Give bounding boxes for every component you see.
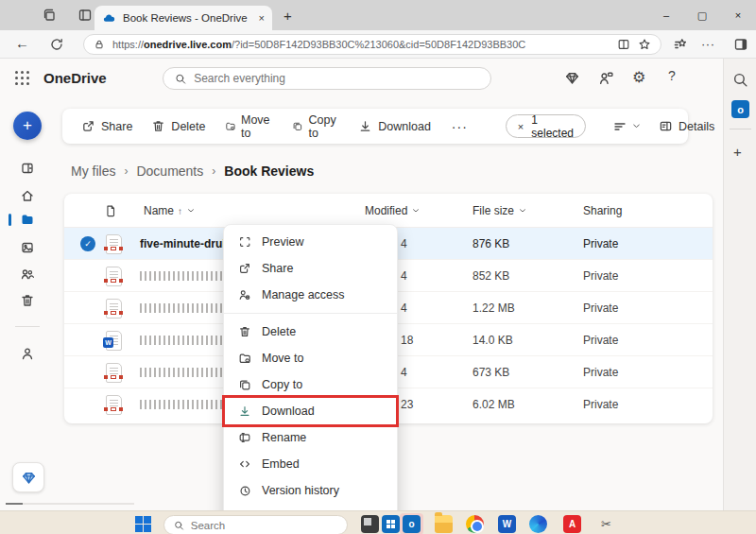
help-icon[interactable]: ? xyxy=(668,68,676,83)
context-menu: Preview Share Manage access Delete Move … xyxy=(223,224,398,534)
sidebar-outlook-icon[interactable]: o xyxy=(731,100,749,118)
horizontal-scrollbar[interactable] xyxy=(6,503,134,505)
move-to-button[interactable]: Move to xyxy=(215,109,284,144)
shared-people-icon[interactable] xyxy=(20,267,35,282)
row-selected-check[interactable]: ✓ xyxy=(80,228,95,260)
move-to-label: Move to xyxy=(241,113,273,140)
sidebar-panel-icon[interactable] xyxy=(733,37,748,52)
download-button[interactable]: Download xyxy=(349,109,440,144)
column-header-file-size[interactable]: File size xyxy=(472,194,527,228)
lock-icon xyxy=(94,39,105,50)
microsoft-store-icon[interactable] xyxy=(382,515,400,533)
refresh-icon[interactable] xyxy=(49,37,64,52)
outlook-taskbar-icon[interactable]: o xyxy=(403,515,421,533)
word-file-icon: W xyxy=(106,324,122,356)
breadcrumb-my-files[interactable]: My files xyxy=(71,164,115,179)
collapse-panel-icon[interactable] xyxy=(20,161,35,176)
menu-item-download[interactable]: Download xyxy=(224,398,397,424)
screen: Book Reviews - OneDrive × + – ▢ × ← http… xyxy=(0,0,756,534)
taskbar-search-input[interactable] xyxy=(191,520,337,531)
favorites-collection-icon[interactable] xyxy=(673,37,688,52)
task-view-icon[interactable] xyxy=(361,515,379,533)
word-taskbar-icon[interactable]: W xyxy=(498,515,516,533)
url-text: https://onedrive.live.com/?id=50D8F142D9… xyxy=(112,39,610,50)
menu-item-copy-to[interactable]: Copy to xyxy=(224,371,397,398)
app-launcher-icon[interactable] xyxy=(15,71,30,86)
breadcrumb-current-folder: Book Reviews xyxy=(224,164,314,179)
edge-icon[interactable] xyxy=(529,515,547,533)
settings-gear-icon[interactable]: ⚙ xyxy=(632,68,645,86)
windows-start-button[interactable] xyxy=(135,516,151,532)
premium-upgrade-button[interactable] xyxy=(12,462,44,492)
menu-item-rename[interactable]: Rename xyxy=(224,424,397,451)
my-files-folder-icon[interactable] xyxy=(20,212,35,227)
browser-menu-icon[interactable]: ··· xyxy=(701,37,716,52)
sidebar-search-icon[interactable] xyxy=(732,72,748,88)
share-label: Share xyxy=(101,120,132,133)
file-name[interactable]: five-minute-druid xyxy=(140,228,232,260)
column-header-name[interactable]: Name ↑ xyxy=(144,194,196,228)
search-input[interactable] xyxy=(194,72,479,85)
download-label: Download xyxy=(378,120,431,133)
check-icon: ✓ xyxy=(84,239,92,249)
tab-actions-icon[interactable] xyxy=(77,8,93,23)
file-name-redacted[interactable] xyxy=(140,324,231,356)
search-box[interactable] xyxy=(163,67,491,90)
favorite-star-icon[interactable] xyxy=(638,38,651,51)
window-close-button[interactable]: × xyxy=(720,0,756,30)
manage-access-icon xyxy=(238,288,251,301)
back-icon[interactable]: ← xyxy=(15,35,29,51)
breadcrumb-documents[interactable]: Documents xyxy=(136,164,203,179)
window-maximize-button[interactable]: ▢ xyxy=(684,0,720,30)
menu-item-preview[interactable]: Preview xyxy=(224,229,397,255)
taskbar-search-box[interactable] xyxy=(163,515,348,534)
breadcrumb: My files › Documents › Book Reviews xyxy=(71,164,314,179)
menu-item-delete[interactable]: Delete xyxy=(224,319,397,345)
column-header-modified[interactable]: Modified xyxy=(365,194,421,228)
onedrive-header: OneDrive ⚙ ? xyxy=(0,59,723,98)
details-button[interactable]: Details xyxy=(649,119,724,133)
sort-ascending-icon: ↑ xyxy=(178,206,182,216)
share-button[interactable]: Share xyxy=(72,109,142,144)
trash-icon xyxy=(151,119,165,133)
clear-selection-icon[interactable]: × xyxy=(518,121,524,132)
chrome-icon[interactable] xyxy=(466,515,484,533)
search-icon xyxy=(175,73,186,85)
tab-close-icon[interactable]: × xyxy=(259,12,265,24)
new-item-fab[interactable]: + xyxy=(13,112,42,140)
file-name-redacted[interactable] xyxy=(140,388,234,421)
premium-diamond-icon[interactable] xyxy=(564,70,580,86)
snipping-tool-icon[interactable]: ✂ xyxy=(597,515,615,533)
file-name-redacted[interactable] xyxy=(140,260,223,292)
menu-item-move-to[interactable]: Move to xyxy=(224,345,397,371)
sort-button[interactable] xyxy=(605,119,649,134)
file-explorer-icon[interactable] xyxy=(435,515,453,533)
scrollbar-thumb[interactable] xyxy=(6,503,23,505)
sharing-cell: Private xyxy=(583,356,618,388)
sidebar-add-icon[interactable]: + xyxy=(733,144,742,160)
menu-item-embed[interactable]: Embed xyxy=(224,451,397,477)
menu-item-share[interactable]: Share xyxy=(224,255,397,282)
split-screen-icon[interactable] xyxy=(617,38,630,51)
workspaces-icon[interactable] xyxy=(42,8,57,23)
window-minimize-button[interactable]: – xyxy=(648,0,684,30)
browser-tab-active[interactable]: Book Reviews - OneDrive × xyxy=(94,6,272,30)
selection-chip[interactable]: × 1 selected xyxy=(506,114,586,138)
pdf-file-icon xyxy=(106,292,122,324)
delete-button[interactable]: Delete xyxy=(142,109,215,144)
photos-icon[interactable] xyxy=(20,240,35,255)
copy-to-button[interactable]: Copy to xyxy=(283,109,349,144)
toolbar-more-icon[interactable]: ··· xyxy=(440,119,479,134)
recycle-bin-icon[interactable] xyxy=(20,293,35,308)
modified-cell: 23 xyxy=(401,388,413,421)
acrobat-icon[interactable]: A xyxy=(563,515,581,533)
home-icon[interactable] xyxy=(20,188,35,203)
new-tab-button[interactable]: + xyxy=(284,8,292,24)
file-size-cell: 852 KB xyxy=(472,260,509,292)
account-person-icon[interactable] xyxy=(20,346,35,361)
url-bar[interactable]: https://onedrive.live.com/?id=50D8F142D9… xyxy=(83,34,662,55)
menu-item-manage-access[interactable]: Manage access xyxy=(224,282,397,308)
column-header-sharing[interactable]: Sharing xyxy=(583,194,622,228)
feedback-icon[interactable] xyxy=(598,70,614,86)
menu-item-version-history[interactable]: Version history xyxy=(224,477,397,504)
